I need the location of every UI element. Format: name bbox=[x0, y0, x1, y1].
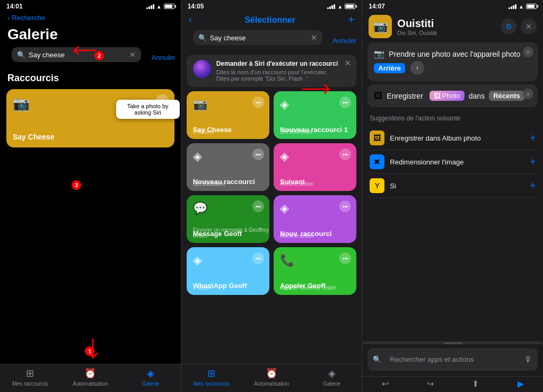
suggestion-album[interactable]: 🖼 Enregistrer dans Album photo + bbox=[370, 126, 536, 150]
tab-icon-raccourcis-2: ⊞ bbox=[207, 368, 215, 379]
status-bar-2: 14:05 ▲ bbox=[181, 0, 362, 12]
tab-icon-auto-2: ⏰ bbox=[266, 368, 277, 379]
photos-icon-action: 🖼 bbox=[374, 91, 382, 101]
app-name-ouistiti: Ouistiti bbox=[397, 18, 437, 30]
action-row-enregistrer[interactable]: 🖼 Enregistrer 🖼 Photo dans Récents ✕ bbox=[367, 84, 538, 107]
search-input-2[interactable]: Say cheese bbox=[210, 34, 308, 42]
status-bar-1: 14:01 ▲ bbox=[0, 0, 181, 12]
card-icon-1: ◈ bbox=[280, 98, 289, 111]
share-icon[interactable]: ⬆ bbox=[472, 379, 479, 389]
card-sub-6: 1 action bbox=[193, 285, 212, 295]
shortcut-message-geoff[interactable]: 💬 ••• Message Geoff Envoyer un message à… bbox=[187, 195, 269, 243]
status-icons-3: ▲ bbox=[509, 4, 537, 10]
redo-icon[interactable]: ↪ bbox=[427, 379, 434, 389]
photo-label-pill: Photo bbox=[442, 92, 460, 100]
screen2-title: Sélectionner bbox=[196, 15, 344, 25]
undo-icon[interactable]: ↩ bbox=[382, 379, 389, 389]
siri-title: Demander à Siri d'exécuter un raccourci bbox=[216, 60, 351, 67]
signal-icon-1 bbox=[146, 4, 154, 9]
annotation-3: 3 bbox=[72, 180, 81, 190]
nav-back-1[interactable]: ‹ Recherche bbox=[0, 12, 181, 25]
bottom-search-bar[interactable]: 🔍 Rechercher apps et actions 🎙 bbox=[367, 348, 538, 371]
time-2: 14:05 bbox=[188, 3, 204, 10]
clear-btn-2[interactable]: ✕ bbox=[311, 33, 317, 42]
shortcut-whatsapp-geoff[interactable]: ◈ ••• WhastApp Geoff 1 action bbox=[187, 247, 269, 295]
suggestion-plus-redim[interactable]: + bbox=[530, 156, 536, 168]
screen-ouistiti: 14:07 ▲ 📷 Ouistiti Dis Siri, Ouistiti bbox=[362, 0, 543, 392]
suggestion-si[interactable]: Y Si + bbox=[370, 174, 536, 198]
more-btn-3[interactable]: ••• bbox=[339, 149, 351, 160]
card-icon-3: ◈ bbox=[280, 150, 289, 163]
shortcut-appeler-geoff[interactable]: 📞 ••• Appeler Geoff Appeler Geoffroy Ond… bbox=[274, 247, 356, 295]
mic-icon-bottom[interactable]: 🎙 bbox=[524, 355, 532, 364]
cancel-btn-2[interactable]: Annuler bbox=[333, 37, 357, 45]
more-btn-5[interactable]: ••• bbox=[339, 201, 351, 212]
tab-automatisation-2[interactable]: ⏰ Automatisation bbox=[241, 368, 302, 387]
app-icon-ouistiti: 📷 bbox=[369, 15, 392, 38]
more-btn-0[interactable]: ••• bbox=[252, 97, 264, 108]
add-btn-2[interactable]: + bbox=[348, 14, 355, 26]
siri-desc1: Dites le nom d'un raccourci pour l'exécu… bbox=[216, 69, 351, 75]
shortcut-nouv-raccourci[interactable]: ◈ ••• Nouv. raccourci Aucune action bbox=[274, 195, 356, 243]
clear-btn-1[interactable]: ✕ bbox=[129, 50, 136, 59]
annotation-2: 2 bbox=[94, 51, 104, 60]
play-icon[interactable]: ▶ bbox=[518, 379, 524, 389]
shortcut-nouveau2[interactable]: ◈ ••• Nouveau raccourci Set Bluetooth bbox=[187, 143, 269, 191]
battery-icon-3 bbox=[526, 4, 537, 9]
more-btn-2[interactable]: ••• bbox=[252, 149, 264, 160]
tab-galerie-1[interactable]: ◈ Galerie bbox=[120, 368, 181, 387]
search-bar-1[interactable]: 🔍 Say cheese ✕ bbox=[12, 47, 141, 62]
action-row-photo[interactable]: 📷 Prendre une photo avec l'appareil phot… bbox=[367, 42, 538, 81]
battery-icon-2 bbox=[345, 4, 355, 9]
suggestion-icon-redim: ✖ bbox=[370, 154, 384, 169]
more-btn-4[interactable]: ••• bbox=[252, 201, 264, 212]
signal-icon-3 bbox=[509, 4, 516, 9]
tune-icon: ⚙ bbox=[505, 22, 512, 31]
action-pill-recents[interactable]: Récents bbox=[489, 91, 524, 101]
more-btn-7[interactable]: ••• bbox=[339, 252, 351, 264]
action-pill-arriere[interactable]: Arrière bbox=[374, 63, 405, 73]
action-circle-btn-1[interactable]: › bbox=[410, 61, 424, 75]
more-btn-1[interactable]: ••• bbox=[339, 97, 351, 108]
card-sub-5: Aucune action bbox=[280, 233, 313, 243]
card-sub-4: Envoyer un message à Geoffroy Ondet bbox=[193, 227, 269, 243]
more-btn-6[interactable]: ••• bbox=[252, 252, 264, 264]
tab-label-auto-1: Automatisation bbox=[73, 381, 108, 387]
shortcut-say-cheese[interactable]: 📷 ••• Say Cheese 2 actions bbox=[187, 91, 269, 139]
tab-label-auto-2: Automatisation bbox=[254, 381, 289, 387]
suggestion-plus-si[interactable]: + bbox=[530, 180, 536, 191]
tab-label-raccourcis-2: Mes raccourcis bbox=[194, 381, 229, 387]
card-title-say-cheese: Say Cheese bbox=[13, 133, 55, 141]
shortcut-card-say-cheese[interactable]: 📷 + Say Cheese Take a photo by asking Si… bbox=[6, 89, 174, 147]
tooltip-take-photo: Take a photo by asking Siri bbox=[116, 100, 180, 119]
shortcut-nouveau1[interactable]: ◈ ••• Nouveau raccourci 1 Set Bluetooth bbox=[274, 91, 356, 139]
screen-selectionner: 14:05 ▲ ‹ Sélectionner + 🔍 Say chee bbox=[181, 0, 363, 392]
close-action-1[interactable]: ✕ bbox=[523, 47, 533, 57]
close-btn-header[interactable]: ✕ bbox=[521, 19, 537, 34]
battery-icon-1 bbox=[164, 4, 174, 9]
time-1: 14:01 bbox=[6, 3, 23, 10]
tab-mes-raccourcis-2[interactable]: ⊞ Mes raccourcis bbox=[181, 368, 242, 387]
tab-automatisation-1[interactable]: ⏰ Automatisation bbox=[60, 368, 121, 387]
suggestions-section: Suggestions de l'action suivante 🖼 Enreg… bbox=[362, 110, 543, 200]
section-title-raccourcis: Raccourcis bbox=[0, 73, 181, 89]
tune-btn[interactable]: ⚙ bbox=[501, 19, 516, 34]
tab-galerie-2[interactable]: ◈ Galerie bbox=[302, 368, 362, 387]
tab-label-raccourcis-1: Mes raccourcis bbox=[12, 381, 48, 387]
siri-close-btn[interactable]: ✕ bbox=[345, 59, 351, 67]
suggestions-title: Suggestions de l'action suivante bbox=[370, 115, 536, 122]
tab-mes-raccourcis-1[interactable]: ⊞ Mes raccourcis bbox=[0, 368, 60, 387]
nav-back-label: Recherche bbox=[12, 14, 45, 22]
search-placeholder-bottom: Rechercher apps et actions bbox=[384, 352, 521, 367]
search-input-1[interactable]: Say cheese bbox=[29, 51, 126, 59]
shortcut-suivant[interactable]: ◈ ••• Suivant Aucune action bbox=[274, 143, 356, 191]
action-pill-photo[interactable]: 🖼 Photo bbox=[430, 91, 465, 101]
suggestion-text-album: Enregistrer dans Album photo bbox=[390, 134, 530, 142]
suggestion-redim[interactable]: ✖ Redimensionner l'image + bbox=[370, 150, 536, 174]
suggestion-plus-album[interactable]: + bbox=[530, 133, 536, 144]
back-btn-2[interactable]: ‹ bbox=[189, 14, 192, 25]
close-action-2[interactable]: ✕ bbox=[523, 89, 533, 99]
tab-label-galerie-2: Galerie bbox=[323, 381, 340, 387]
cancel-btn-1[interactable]: Annuler bbox=[152, 54, 176, 62]
search-bar-2[interactable]: 🔍 Say cheese ✕ bbox=[193, 30, 322, 45]
